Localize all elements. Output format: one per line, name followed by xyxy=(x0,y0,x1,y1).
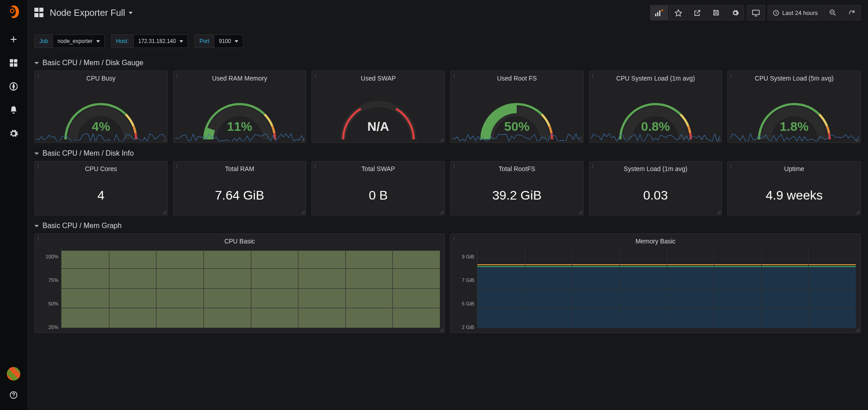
chevron-down-icon xyxy=(129,12,132,14)
configuration-icon[interactable] xyxy=(8,128,19,139)
time-range-picker[interactable]: Last 24 hours xyxy=(768,5,823,20)
chevron-down-icon xyxy=(235,40,238,43)
resize-handle[interactable] xyxy=(299,136,306,143)
save-button[interactable] xyxy=(707,5,725,20)
info-icon[interactable]: i xyxy=(38,163,38,169)
gauge-value: N/A xyxy=(368,119,389,134)
panel-title: Total RAM xyxy=(174,162,306,176)
refresh-button[interactable] xyxy=(843,5,861,20)
zoom-out-button[interactable] xyxy=(824,5,842,20)
info-icon[interactable]: i xyxy=(315,73,316,78)
dashboard-title: Node Exporter Full xyxy=(50,8,125,18)
axis-label: 5 GiB xyxy=(451,301,474,306)
resize-handle[interactable] xyxy=(854,326,860,333)
svg-rect-1 xyxy=(10,59,13,62)
panel-gauge[interactable]: i Used Root FS 50% xyxy=(450,71,584,143)
dashboard-title-dropdown[interactable]: Node Exporter Full xyxy=(50,8,132,18)
settings-button[interactable] xyxy=(726,5,744,20)
share-button[interactable] xyxy=(688,5,706,20)
panel-stat[interactable]: i CPU Cores 4 xyxy=(34,161,168,215)
row-toggle-info[interactable]: Basic CPU / Mem / Disk Info xyxy=(34,143,861,161)
alerting-icon[interactable] xyxy=(8,105,19,115)
panel-title: CPU Basic xyxy=(35,234,444,248)
resize-handle[interactable] xyxy=(299,209,306,215)
resize-handle[interactable] xyxy=(438,326,444,333)
axis-label: 100% xyxy=(35,254,58,259)
dashboards-icon[interactable] xyxy=(8,57,19,68)
panel-title: Total SWAP xyxy=(312,162,444,176)
stat-value: 39.2 GiB xyxy=(492,188,542,203)
info-icon[interactable]: i xyxy=(731,73,731,78)
panel-stat[interactable]: i Uptime 4.9 weeks xyxy=(727,161,861,215)
resize-handle[interactable] xyxy=(715,136,722,143)
var-host-dropdown[interactable]: 172.31.182.140 xyxy=(133,34,188,48)
info-icon[interactable]: i xyxy=(592,163,593,169)
var-port-label: Port xyxy=(194,34,214,48)
info-icon[interactable]: i xyxy=(315,163,316,169)
panel-title: CPU Busy xyxy=(35,71,167,86)
info-icon[interactable]: i xyxy=(38,236,38,241)
help-icon[interactable] xyxy=(9,391,18,401)
info-icon[interactable]: i xyxy=(176,73,177,78)
info-icon[interactable]: i xyxy=(453,163,454,169)
resize-handle[interactable] xyxy=(438,136,444,143)
panel-gauge[interactable]: i Used SWAP N/A xyxy=(311,71,445,143)
resize-handle[interactable] xyxy=(715,209,722,215)
resize-handle[interactable] xyxy=(161,136,167,143)
panel-title: CPU System Load (1m avg) xyxy=(590,71,722,86)
create-icon[interactable] xyxy=(8,34,19,45)
svg-rect-3 xyxy=(10,63,13,67)
panel-title: System Load (1m avg) xyxy=(590,162,722,176)
svg-rect-8 xyxy=(655,14,656,16)
panel-stat[interactable]: i Total SWAP 0 B xyxy=(311,161,445,215)
resize-handle[interactable] xyxy=(161,209,167,215)
panel-gauge[interactable]: i CPU System Load (1m avg) 0.8% xyxy=(589,71,722,143)
resize-handle[interactable] xyxy=(577,209,583,215)
panel-cpu-basic[interactable]: i CPU Basic 100%75%50%25% xyxy=(34,234,445,333)
resize-handle[interactable] xyxy=(577,136,583,143)
info-icon[interactable]: i xyxy=(731,163,731,169)
grafana-logo[interactable] xyxy=(7,5,20,20)
panel-gauge[interactable]: i Used RAM Memory 11% xyxy=(173,71,307,143)
panel-stat[interactable]: i Total RootFS 39.2 GiB xyxy=(450,161,584,215)
panel-gauge[interactable]: i CPU Busy 4% xyxy=(34,71,168,143)
panel-gauge[interactable]: i CPU System Load (5m avg) 1.8% xyxy=(727,71,861,143)
svg-rect-9 xyxy=(657,12,659,16)
info-icon[interactable]: i xyxy=(592,73,593,78)
add-panel-button[interactable] xyxy=(650,5,668,20)
panel-title: Used SWAP xyxy=(312,71,444,86)
info-icon[interactable]: i xyxy=(453,236,454,241)
stat-value: 0.03 xyxy=(643,188,668,203)
var-port-dropdown[interactable]: 9100 xyxy=(214,34,243,48)
dashboard-list-icon[interactable] xyxy=(34,8,44,18)
star-button[interactable] xyxy=(669,5,687,20)
panel-stat[interactable]: i System Load (1m avg) 0.03 xyxy=(589,161,722,215)
resize-handle[interactable] xyxy=(854,136,860,143)
time-range-label: Last 24 hours xyxy=(782,10,818,16)
side-menu xyxy=(0,0,27,410)
var-job-dropdown[interactable]: node_exporter xyxy=(52,34,104,48)
svg-rect-2 xyxy=(14,59,17,62)
explore-icon[interactable] xyxy=(8,81,19,92)
panel-stat[interactable]: i Total RAM 7.64 GiB xyxy=(173,161,307,215)
panel-memory-basic[interactable]: i Memory Basic 9 GiB7 GiB5 GiB2 GiB xyxy=(450,234,861,333)
resize-handle[interactable] xyxy=(854,209,860,215)
resize-handle[interactable] xyxy=(438,209,444,215)
svg-rect-4 xyxy=(14,63,17,67)
axis-label: 7 GiB xyxy=(451,277,474,283)
svg-rect-11 xyxy=(753,10,760,14)
row-toggle-gauges[interactable]: Basic CPU / Mem / Disk Gauge xyxy=(34,52,861,71)
row-toggle-graphs[interactable]: Basic CPU / Mem Graph xyxy=(34,215,861,234)
axis-label: 25% xyxy=(35,324,58,330)
panel-title: Used RAM Memory xyxy=(174,71,306,86)
cycle-view-button[interactable] xyxy=(747,5,765,20)
info-icon[interactable]: i xyxy=(176,163,177,169)
info-icon[interactable]: i xyxy=(453,73,454,78)
gauge: 11% xyxy=(174,87,306,141)
var-host-label: Host: xyxy=(111,34,133,48)
template-variables: Job node_exporter Host: 172.31.182.140 P… xyxy=(27,25,868,52)
cpu-chart-area xyxy=(61,248,440,328)
row-title: Basic CPU / Mem Graph xyxy=(42,222,122,230)
user-avatar[interactable] xyxy=(7,367,20,381)
info-icon[interactable]: i xyxy=(38,73,38,78)
